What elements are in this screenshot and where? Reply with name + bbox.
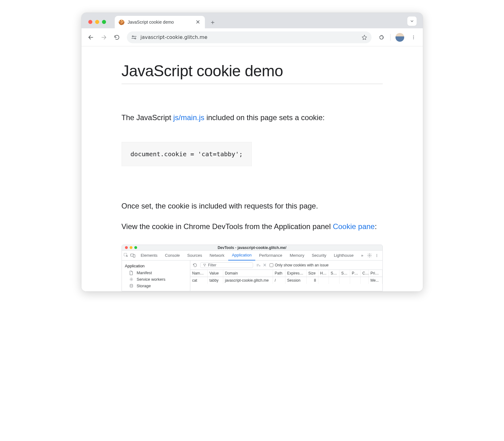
favicon-icon: 🍪 [118, 19, 125, 25]
col-priority[interactable]: Prio... [368, 270, 382, 277]
reload-button[interactable] [111, 32, 123, 43]
url-text: javascript-cookie.glitch.me [141, 34, 358, 40]
refresh-cookies-button[interactable] [193, 263, 197, 267]
col-secure[interactable]: Se... [329, 270, 339, 277]
tab-application[interactable]: Application [228, 251, 256, 260]
svg-point-12 [377, 255, 377, 256]
col-expires[interactable]: Expires /... [285, 270, 306, 277]
tab-overflow-button[interactable] [407, 16, 417, 26]
inspect-element-button[interactable] [124, 253, 130, 258]
star-icon [362, 35, 367, 40]
sidebar-label: Manifest [137, 270, 152, 275]
cookies-toolbar: Filter [190, 260, 382, 270]
tab-memory[interactable]: Memory [286, 251, 308, 260]
tab-console[interactable]: Console [161, 251, 184, 260]
svg-point-10 [369, 255, 370, 256]
reload-icon [114, 35, 120, 40]
x-icon [263, 263, 266, 267]
minimize-window-button[interactable] [95, 20, 99, 24]
para3-prefix: View the cookie in Chrome DevTools from … [122, 222, 333, 231]
devtools-menu-button[interactable] [375, 253, 379, 258]
col-c[interactable]: C.. [360, 270, 368, 277]
col-samesite[interactable]: Sa... [339, 270, 350, 277]
clear-filter-button[interactable] [256, 263, 261, 267]
svg-point-15 [130, 284, 133, 285]
sidebar-heading-application: Application [122, 262, 190, 270]
filter-placeholder: Filter [208, 263, 216, 267]
browser-tab[interactable]: 🍪 JavaScript cookie demo ✕ [115, 16, 205, 28]
tab-network[interactable]: Network [206, 251, 228, 260]
cell-samesite [339, 277, 350, 284]
svg-point-13 [377, 256, 377, 257]
maximize-window-button[interactable] [102, 20, 106, 24]
new-tab-button[interactable]: ＋ [208, 17, 217, 27]
col-httponly[interactable]: Ht... [318, 270, 329, 277]
cell-secure [329, 277, 339, 284]
col-value[interactable]: Value [207, 270, 223, 277]
back-button[interactable] [85, 32, 96, 43]
browser-toolbar: javascript-cookie.glitch.me [81, 28, 423, 46]
cell-path: / [273, 277, 285, 284]
sidebar-item-manifest[interactable]: Manifest [122, 270, 190, 276]
devtools-tabs: Elements Console Sources Network Applica… [122, 251, 382, 260]
close-window-button[interactable] [88, 20, 92, 24]
site-settings-icon[interactable] [131, 35, 137, 40]
device-toolbar-button[interactable] [130, 253, 137, 258]
sidebar-label: Storage [137, 284, 151, 288]
svg-point-4 [413, 35, 414, 36]
extensions-button[interactable] [376, 32, 387, 43]
tune-icon [131, 35, 137, 40]
close-tab-button[interactable]: ✕ [195, 19, 201, 26]
filter-input[interactable]: Filter [200, 262, 253, 268]
col-domain[interactable]: Domain [223, 270, 273, 277]
svg-point-14 [131, 279, 132, 280]
kebab-icon [375, 253, 379, 258]
bookmark-button[interactable] [362, 35, 367, 40]
page-heading: JavaScript cookie demo [122, 62, 383, 84]
funnel-icon [203, 264, 206, 267]
cell-domain: javascript-cookie.glitch.me [223, 277, 273, 284]
svg-point-6 [413, 38, 414, 39]
col-name[interactable]: Name▲ [190, 270, 207, 277]
address-bar[interactable]: javascript-cookie.glitch.me [127, 31, 372, 43]
intro-text-suffix: included on this page sets a cookie: [204, 113, 325, 122]
tab-sources[interactable]: Sources [183, 251, 206, 260]
inspect-icon [124, 253, 128, 258]
only-issues-checkbox[interactable]: Only show cookies with an issue [270, 263, 329, 267]
tab-performance[interactable]: Performance [255, 251, 286, 260]
page-content: JavaScript cookie demo The JavaScript js… [81, 46, 423, 291]
tab-elements[interactable]: Elements [137, 251, 161, 260]
main-js-link[interactable]: js/main.js [173, 113, 204, 122]
menu-button[interactable] [408, 32, 419, 43]
file-icon [129, 271, 134, 275]
tab-lighthouse[interactable]: Lighthouse [330, 251, 358, 260]
svg-point-5 [413, 37, 414, 37]
profile-avatar[interactable] [395, 33, 404, 42]
toolbar-divider [390, 34, 391, 41]
puzzle-icon [379, 35, 384, 40]
table-row[interactable]: cat tabby javascript-cookie.glitch.me / … [190, 277, 382, 284]
cookie-pane-link[interactable]: Cookie pane [333, 222, 375, 231]
col-size[interactable]: Size [306, 270, 318, 277]
sidebar-item-service-workers[interactable]: Service workers [122, 276, 190, 283]
svg-rect-9 [133, 255, 135, 257]
cell-expires: Session [285, 277, 306, 284]
delete-button[interactable] [263, 263, 266, 267]
col-partition[interactable]: Pa... [350, 270, 360, 277]
col-path[interactable]: Path [273, 270, 285, 277]
sidebar-item-storage[interactable]: Storage [122, 283, 190, 289]
devtools-settings-button[interactable] [367, 253, 372, 258]
cell-partition [350, 277, 360, 284]
devices-icon [130, 253, 135, 258]
reload-icon [193, 263, 197, 267]
forward-button[interactable] [98, 32, 109, 43]
devtools-title: DevTools - javascript-cookie.glitch.me/ [122, 246, 382, 250]
tab-security[interactable]: Security [308, 251, 330, 260]
only-issues-input[interactable] [270, 263, 273, 267]
code-block: document.cookie = 'cat=tabby'; [122, 142, 252, 166]
database-icon [129, 284, 134, 288]
arrow-left-icon [88, 34, 94, 40]
tab-overflow-button[interactable]: » [357, 251, 367, 260]
tab-title: JavaScript cookie demo [128, 20, 192, 25]
gear-icon [129, 277, 134, 281]
